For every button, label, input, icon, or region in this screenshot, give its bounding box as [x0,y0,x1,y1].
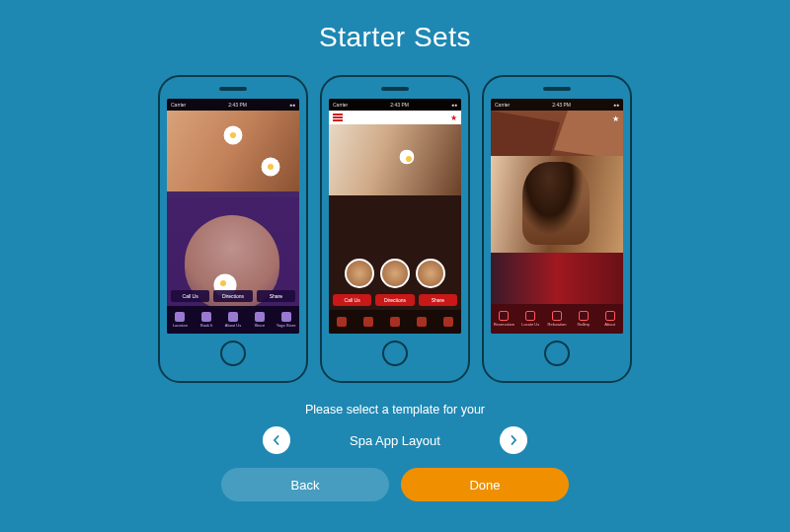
tab-locate[interactable]: Locate Us [517,304,544,334]
tab-item[interactable] [356,310,382,334]
flower-icon [262,158,279,176]
template-preview-row: Carrier2:43 PM●● Call Us Directions Shar… [0,75,790,383]
tab-about[interactable]: About [596,304,623,334]
tab-item[interactable] [434,310,461,334]
book-icon [201,312,211,322]
phone-speaker [381,87,409,91]
share-button[interactable]: Share [419,294,457,306]
tab-about[interactable]: About Us [220,306,247,334]
tab-share[interactable]: Share [246,306,273,334]
person-image [522,162,590,245]
home-button-icon [382,341,408,366]
phone-speaker [543,87,571,91]
menu-icon[interactable] [333,114,343,121]
thumbnail[interactable] [345,259,374,288]
status-bar: Carrier2:43 PM●● [491,99,623,111]
gallery-icon [579,311,589,321]
phone-screen: Carrier2:43 PM●● Call Us Directions Shar… [167,99,299,334]
template-option-1[interactable]: Carrier2:43 PM●● Call Us Directions Shar… [158,75,308,383]
instruction-text: Please select a template for your [0,403,790,417]
hero-image [329,124,461,195]
tab-location[interactable]: Location [167,306,194,334]
back-button[interactable]: Back [221,468,389,501]
home-button-icon [544,341,570,366]
action-button-row: Call Us Directions Share [333,294,457,306]
action-button-row: Back Done [0,468,790,501]
action-button-row: Call Us Directions Share [171,290,295,302]
template-option-3[interactable]: Carrier2:43 PM●● ★ Reservation Locate Us… [482,75,632,383]
phone-screen: Carrier2:43 PM●● ★ Reservation Locate Us… [491,99,623,334]
phone-screen: Carrier2:43 PM●● ★ Call Us Directions Sh… [329,99,461,334]
home-button-icon [220,341,246,366]
star-icon[interactable]: ★ [612,114,619,123]
directions-button[interactable]: Directions [375,294,414,306]
share-icon [255,312,265,322]
about-icon [605,311,615,321]
chevron-right-icon [509,435,518,445]
thumbnail[interactable] [416,259,445,288]
page-title: Starter Sets [0,0,790,53]
done-button[interactable]: Done [401,468,569,501]
tab-book[interactable]: Book It [194,306,220,334]
tab-item[interactable] [382,310,409,334]
tab-item[interactable] [408,310,434,334]
thumbnail[interactable] [380,259,410,288]
phone-speaker [219,87,247,91]
call-us-button[interactable]: Call Us [171,290,209,302]
flower-icon [224,126,242,144]
tab-bar: Reservation Locate Us Relaxation Gallery… [491,304,623,334]
circle-thumbnail-row [329,259,461,288]
template-option-2[interactable]: Carrier2:43 PM●● ★ Call Us Directions Sh… [320,75,470,383]
previous-template-button[interactable] [263,426,290,454]
tab-relaxation[interactable]: Relaxation [544,304,571,334]
call-us-button[interactable]: Call Us [333,294,371,306]
reservation-icon [499,311,509,321]
location-icon [175,312,185,322]
template-switcher: Spa App Layout [0,426,790,454]
relaxation-icon [552,311,562,321]
next-template-button[interactable] [500,426,527,454]
directions-button[interactable]: Directions [213,290,252,302]
top-bar: ★ [329,111,461,124]
tab-bar: Location Book It About Us Share Yoga Sto… [167,306,299,334]
locate-icon [525,311,535,321]
about-icon [228,312,238,322]
hero-image [167,111,299,191]
tab-gallery[interactable]: Gallery [570,304,596,334]
store-icon [281,312,291,322]
tab-bar [329,310,461,334]
share-button[interactable]: Share [257,290,295,302]
status-bar: Carrier2:43 PM●● [329,99,461,111]
tab-reservation[interactable]: Reservation [491,304,517,334]
status-bar: Carrier2:43 PM●● [167,99,299,111]
star-icon[interactable]: ★ [450,114,457,122]
tab-item[interactable] [329,310,356,334]
flower-icon [400,150,414,164]
template-name-label: Spa App Layout [326,433,464,448]
chevron-left-icon [272,435,281,445]
bottom-image [491,253,623,304]
tab-store[interactable]: Yoga Store [273,306,299,334]
